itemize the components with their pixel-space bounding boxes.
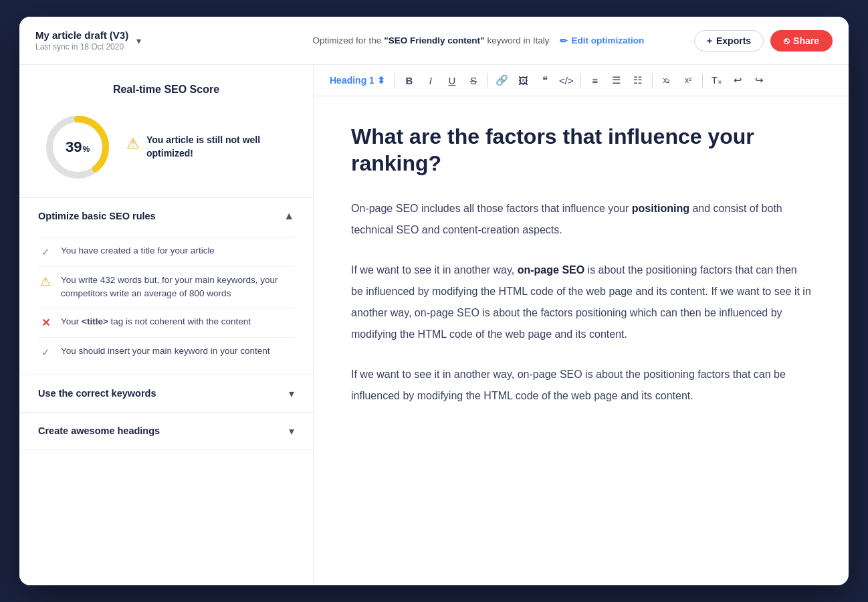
rule-text-1: You have created a title for your articl… bbox=[61, 244, 215, 258]
seo-section-keywords-header[interactable]: Use the correct keywords ▾ bbox=[19, 375, 313, 412]
subscript-button[interactable]: x₂ bbox=[657, 70, 677, 90]
toolbar-divider-2 bbox=[487, 74, 488, 87]
seo-section-basic-title: Optimize basic SEO rules bbox=[38, 211, 156, 221]
header-actions: + Exports ⎋ Share bbox=[694, 30, 833, 52]
toolbar-divider-4 bbox=[652, 74, 653, 87]
seo-section-headings-title: Create awesome headings bbox=[38, 425, 160, 436]
editor-content[interactable]: What are the factors that influence your… bbox=[314, 96, 849, 585]
rule-text-4: You should insert your main keyword in y… bbox=[61, 344, 269, 358]
rule-text-2: You write 432 words but, for your main k… bbox=[61, 274, 294, 301]
editor-heading[interactable]: What are the factors that influence your… bbox=[351, 123, 811, 177]
exports-button[interactable]: + Exports bbox=[694, 30, 764, 52]
rule-item-2: ⚠ You write 432 words but, for your main… bbox=[38, 266, 294, 308]
article-title: My article draft (V3) bbox=[35, 29, 128, 41]
seo-section-keywords-title: Use the correct keywords bbox=[38, 388, 156, 399]
seo-section-headings-header[interactable]: Create awesome headings ▾ bbox=[19, 413, 313, 449]
clear-format-button[interactable]: Tₓ bbox=[707, 70, 727, 90]
chevron-up-icon: ▲ bbox=[284, 210, 294, 222]
rule-item-4: ✓ You should insert your main keyword in… bbox=[38, 337, 294, 367]
rule-item-3: ✕ Your <title> tag is not coherent with … bbox=[38, 308, 294, 337]
body-layout: Real-time SEO Score 39% bbox=[19, 65, 849, 585]
seo-section-basic-header[interactable]: Optimize basic SEO rules ▲ bbox=[19, 198, 313, 234]
redo-button[interactable]: ↪ bbox=[750, 70, 770, 90]
share-button[interactable]: ⎋ Share bbox=[770, 30, 833, 52]
share-icon: ⎋ bbox=[784, 35, 789, 46]
article-info: My article draft (V3) Last sync in 18 Oc… bbox=[35, 29, 128, 52]
heading-label: Heading 1 bbox=[330, 75, 374, 86]
seo-score-content: 39% ⚠ You article is still not well opti… bbox=[41, 110, 292, 184]
image-button[interactable]: 🖼 bbox=[514, 70, 534, 90]
strikethrough-button[interactable]: S bbox=[463, 70, 483, 90]
italic-button[interactable]: I bbox=[421, 70, 441, 90]
warning-triangle-icon: ⚠ bbox=[126, 135, 140, 153]
toolbar-divider-3 bbox=[580, 74, 581, 87]
toolbar-divider-1 bbox=[395, 74, 395, 87]
seo-score-title: Real-time SEO Score bbox=[41, 84, 292, 96]
seo-section-keywords: Use the correct keywords ▾ bbox=[19, 375, 313, 413]
sidebar: Real-time SEO Score 39% bbox=[19, 65, 314, 585]
header: My article draft (V3) Last sync in 18 Oc… bbox=[19, 17, 849, 65]
unordered-list-button[interactable]: ☷ bbox=[628, 70, 648, 90]
chevron-down-icon-keywords: ▾ bbox=[289, 387, 294, 400]
check-icon-1: ✓ bbox=[38, 245, 53, 260]
optimization-info: Optimized for the "SEO Friendly content"… bbox=[263, 35, 694, 46]
keyword-suffix: keyword in Italy bbox=[487, 35, 549, 45]
rule-item-1: ✓ You have created a title for your arti… bbox=[38, 237, 294, 266]
edit-optimization-button[interactable]: ✏ Edit optimization bbox=[560, 35, 644, 46]
editor-paragraph-1: On-page SEO includes all those factors t… bbox=[351, 198, 811, 241]
check-icon-4: ✓ bbox=[38, 345, 53, 360]
seo-section-basic: Optimize basic SEO rules ▲ ✓ You have cr… bbox=[19, 198, 313, 375]
heading-select-chevron: ⬍ bbox=[377, 75, 385, 86]
editor-area: Heading 1 ⬍ B I U S 🔗 🖼 ❝ </> ≡ ☰ ☷ x₂ bbox=[314, 65, 849, 585]
code-button[interactable]: </> bbox=[556, 70, 576, 90]
chevron-down-icon-headings: ▾ bbox=[289, 425, 294, 437]
warning-text: You article is still not well optimized! bbox=[146, 134, 292, 160]
header-left: My article draft (V3) Last sync in 18 Oc… bbox=[35, 29, 263, 52]
bold-button[interactable]: B bbox=[399, 70, 419, 90]
editor-toolbar: Heading 1 ⬍ B I U S 🔗 🖼 ❝ </> ≡ ☰ ☷ x₂ bbox=[314, 65, 849, 96]
seo-score-section: Real-time SEO Score 39% bbox=[19, 65, 313, 198]
plus-icon: + bbox=[707, 35, 712, 46]
donut-chart: 39% bbox=[41, 110, 114, 184]
editor-paragraph-2: If we want to see it in another way, on-… bbox=[351, 260, 811, 345]
last-sync: Last sync in 18 Oct 2020 bbox=[35, 42, 128, 52]
undo-button[interactable]: ↩ bbox=[728, 70, 748, 90]
app-window: My article draft (V3) Last sync in 18 Oc… bbox=[19, 17, 849, 585]
toolbar-divider-5 bbox=[702, 74, 703, 87]
article-dropdown-icon[interactable]: ▾ bbox=[136, 35, 141, 46]
rule-text-3: Your <title> tag is not coherent with th… bbox=[61, 315, 251, 328]
warn-icon-2: ⚠ bbox=[38, 274, 53, 289]
optimization-text: Optimized for the bbox=[313, 35, 382, 45]
heading-select[interactable]: Heading 1 ⬍ bbox=[324, 72, 391, 88]
error-icon-3: ✕ bbox=[38, 316, 53, 330]
editor-paragraph-3: If we want to see it in another way, on-… bbox=[351, 364, 811, 407]
link-button[interactable]: 🔗 bbox=[492, 70, 512, 90]
keyword-highlight: "SEO Friendly content" bbox=[384, 35, 484, 45]
superscript-button[interactable]: x² bbox=[678, 70, 698, 90]
pencil-icon: ✏ bbox=[560, 35, 568, 46]
underline-button[interactable]: U bbox=[442, 70, 462, 90]
seo-warning: ⚠ You article is still not well optimize… bbox=[126, 134, 292, 160]
score-value: 39% bbox=[66, 138, 90, 156]
ordered-list-button[interactable]: ☰ bbox=[607, 70, 627, 90]
seo-section-headings: Create awesome headings ▾ bbox=[19, 413, 313, 450]
seo-rules-list-basic: ✓ You have created a title for your arti… bbox=[19, 234, 313, 375]
align-button[interactable]: ≡ bbox=[585, 70, 605, 90]
blockquote-button[interactable]: ❝ bbox=[535, 70, 555, 90]
